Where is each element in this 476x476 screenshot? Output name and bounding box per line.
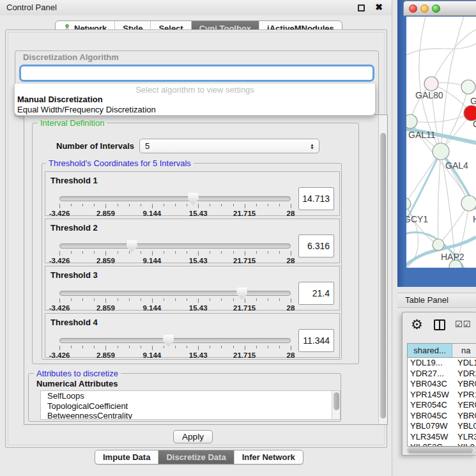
table-row[interactable]: YPR145WYPR1: [408, 390, 476, 401]
threshold-3-panel: Threshold 3 -3.426 2.859 9.144: [45, 266, 340, 311]
group-title: Attributes to discretize: [34, 369, 121, 378]
interval-definition-group: Interval Definition Number of Intervals …: [32, 123, 359, 364]
column-header-shared-name[interactable]: shared...: [408, 344, 452, 357]
threshold-slider: -3.426 2.859 9.144 15.43 21.715 28: [59, 196, 291, 217]
node-gcy1[interactable]: [406, 198, 411, 210]
bottom-tab-strip: Impute Data Discretize Data Infer Networ…: [95, 450, 303, 464]
list-item[interactable]: SelfLoops: [41, 391, 340, 401]
cyni-toolbox-panel: Discretization Algorithm Table Data galF…: [5, 29, 387, 448]
table-header: shared... na: [408, 344, 476, 358]
table-horizontal-scrollbar[interactable]: [407, 447, 476, 454]
dropdown-option-manual-discretization[interactable]: Manual Discretization: [15, 95, 375, 105]
table-row[interactable]: YBL079WYBL0: [408, 421, 476, 432]
table-row[interactable]: YDL19...YDL1: [408, 358, 476, 369]
list-item[interactable]: BetweennessCentrality: [41, 411, 340, 420]
slider-ticks: [59, 204, 291, 209]
table-row[interactable]: YBR045CYBR0: [408, 411, 476, 422]
dropdown-placeholder: Select algorithm to view settings: [15, 84, 375, 95]
algorithm-combobox[interactable]: [19, 65, 374, 82]
slider-track[interactable]: [59, 291, 291, 296]
gear-icon[interactable]: ⚙: [411, 317, 423, 332]
slider-track[interactable]: [59, 196, 291, 201]
tab-infer-network[interactable]: Infer Network: [234, 450, 303, 464]
scrollbar-thumb[interactable]: [408, 448, 473, 453]
mac-close-button[interactable]: [409, 4, 417, 13]
attributes-to-discretize-group: Attributes to discretize Numerical Attri…: [28, 373, 341, 422]
apply-button[interactable]: Apply: [173, 430, 213, 443]
node-label: GCY1: [406, 214, 428, 224]
group-title: Interval Definition: [38, 118, 107, 128]
mac-minimize-button[interactable]: [420, 4, 429, 13]
network-canvas[interactable]: GAL80 GAL11 GAL4 GCY1 HAP2 GA C H: [406, 17, 476, 268]
table-row[interactable]: YBR043CYBR0: [408, 379, 476, 390]
control-panel-titlebar: Control Panel ✖: [0, 0, 392, 15]
number-of-intervals-label: Number of Intervals: [56, 141, 134, 151]
slider-track[interactable]: [59, 243, 291, 249]
slider-tick-labels: -3.426 2.859 9.144 15.43 21.715 28: [59, 351, 291, 359]
threshold-label: Threshold 2: [50, 223, 98, 233]
mac-zoom-button[interactable]: [432, 4, 440, 13]
control-panel-window: Control Panel ✖ Network Style Select Cyn…: [0, 0, 392, 476]
group-title: Discretization Algorithm: [20, 52, 121, 62]
threshold-value-field[interactable]: 21.4: [298, 282, 334, 305]
threshold-value-field[interactable]: 14.713: [298, 187, 334, 210]
tab-impute-data[interactable]: Impute Data: [95, 450, 158, 464]
network-graph: GAL80 GAL11 GAL4 GCY1 HAP2 GA C H: [406, 17, 476, 268]
threshold-1-panel: Threshold 1 -3.426 2.859 9.144: [45, 171, 340, 216]
node-label: GA: [470, 96, 476, 106]
slider-ticks: [59, 251, 291, 256]
node-label: GAL80: [415, 90, 443, 100]
table-row[interactable]: YLR345WYLR3: [408, 432, 476, 443]
table-row[interactable]: YER054CYER0: [408, 400, 476, 411]
dropdown-option-equal-width-frequency[interactable]: Equal Width/Frequency Discretization: [15, 105, 375, 115]
tab-label: Discretize Data: [166, 450, 226, 464]
node-hap2[interactable]: [433, 239, 444, 250]
tab-label: Impute Data: [103, 450, 150, 464]
threshold-label: Threshold 3: [50, 270, 98, 280]
threshold-value-field[interactable]: 11.344: [298, 329, 334, 352]
scrollbar-thumb[interactable]: [380, 133, 386, 418]
tab-label: Infer Network: [242, 450, 295, 464]
node-right[interactable]: [461, 196, 476, 211]
node-table: shared... na YDL19...YDL1 YDR27...YDR2 Y…: [407, 343, 476, 447]
number-of-intervals-value: 5: [145, 141, 150, 151]
slider-tick-labels: -3.426 2.859 9.144 15.43 21.715 28: [59, 210, 291, 217]
table-window: ⚙ ☑☑ shared... na YDL19...YDL1 YDR27...Y…: [402, 312, 476, 456]
threshold-label: Threshold 1: [50, 176, 98, 185]
node-gal80[interactable]: [424, 77, 438, 91]
network-nodes: [406, 77, 476, 268]
control-panel-title: Control Panel: [6, 3, 57, 12]
algorithm-dropdown-popup: Select algorithm to view settings Manual…: [14, 84, 376, 116]
settings-scroll-pane: Interval Definition Number of Intervals …: [24, 114, 388, 425]
combo-stepper-icon: ▲▼: [310, 143, 314, 150]
column-header-name[interactable]: na: [452, 344, 476, 357]
node-label: H: [473, 214, 476, 224]
node-label: HAP2: [441, 252, 464, 262]
list-scrollbar[interactable]: [332, 391, 340, 419]
list-item[interactable]: TopologicalCoefficient: [41, 401, 340, 411]
node-top-right[interactable]: [461, 80, 475, 94]
node-gal11[interactable]: [406, 114, 417, 128]
table-row[interactable]: YIL052CYIL0: [408, 442, 476, 447]
table-row[interactable]: YDR27...YDR2: [408, 369, 476, 380]
slider-track[interactable]: [59, 338, 291, 343]
columns-icon[interactable]: [434, 319, 445, 330]
screen: Control Panel ✖ Network Style Select Cyn…: [0, 0, 476, 476]
select-columns-icon[interactable]: ☑☑: [455, 319, 471, 329]
table-panel-titlebar: Table Panel: [397, 293, 476, 308]
number-of-intervals-combobox[interactable]: 5 ▲▼: [139, 139, 319, 153]
threshold-value-field[interactable]: 6.316: [298, 234, 334, 257]
slider-tick-labels: -3.426 2.859 9.144 15.43 21.715 28: [59, 304, 291, 312]
table-toolbar: ⚙ ☑☑: [403, 312, 476, 341]
threshold-4-panel: Threshold 4 -3.426 2.859 9.144: [45, 313, 340, 358]
settings-vertical-scrollbar[interactable]: [378, 116, 387, 424]
node-label: C: [473, 119, 476, 129]
float-window-icon[interactable]: [358, 4, 365, 12]
slider-ticks: [59, 298, 291, 303]
scrollbar-thumb[interactable]: [334, 392, 339, 410]
network-window-titlebar[interactable]: [403, 1, 476, 16]
close-icon[interactable]: ✖: [375, 2, 383, 12]
node-gal4[interactable]: [433, 143, 449, 160]
tab-discretize-data[interactable]: Discretize Data: [158, 450, 234, 464]
threshold-slider: -3.426 2.859 9.144 15.43 21.715 28: [59, 243, 291, 264]
